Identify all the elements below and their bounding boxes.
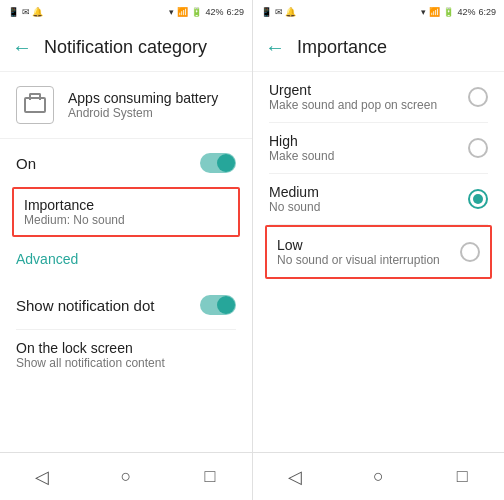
nav-back-right[interactable]: ◁ xyxy=(275,466,315,488)
nav-recent-right[interactable]: □ xyxy=(442,466,482,487)
status-right-left-icons: 📱 ✉ 🔔 xyxy=(261,7,296,17)
nav-bar-left: ◁ ○ □ xyxy=(0,452,252,500)
nav-home-left[interactable]: ○ xyxy=(106,466,146,487)
lock-screen-title: On the lock screen xyxy=(16,340,236,356)
low-radio[interactable] xyxy=(460,242,480,262)
status-bar-right: 📱 ✉ 🔔 ▾ 📶 🔋 42% 6:29 xyxy=(253,0,504,24)
importance-sub: Medium: No sound xyxy=(24,213,228,227)
right-panel: 📱 ✉ 🔔 ▾ 📶 🔋 42% 6:29 ← Importance Urgent… xyxy=(252,0,504,500)
on-toggle[interactable] xyxy=(200,153,236,173)
medium-radio[interactable] xyxy=(468,189,488,209)
medium-sub: No sound xyxy=(269,200,468,214)
low-label: Low xyxy=(277,237,460,253)
medium-texts: Medium No sound xyxy=(269,184,468,214)
high-sub: Make sound xyxy=(269,149,468,163)
nav-back-left[interactable]: ◁ xyxy=(22,466,62,488)
on-label: On xyxy=(16,155,36,172)
battery-icon-right: 🔋 xyxy=(443,7,454,17)
radio-row-high[interactable]: High Make sound xyxy=(253,123,504,173)
wifi-icon: ▾ xyxy=(169,7,174,17)
back-button-left[interactable]: ← xyxy=(12,36,32,59)
app-header: Apps consuming battery Android System xyxy=(0,72,252,139)
page-title-left: Notification category xyxy=(44,37,207,58)
back-button-right[interactable]: ← xyxy=(265,36,285,59)
high-radio[interactable] xyxy=(468,138,488,158)
importance-box[interactable]: Importance Medium: No sound xyxy=(12,187,240,237)
medium-label: Medium xyxy=(269,184,468,200)
notification-icons: 📱 ✉ 🔔 xyxy=(8,7,43,17)
signal-icon-right: 📶 xyxy=(429,7,440,17)
status-bar-left: 📱 ✉ 🔔 ▾ 📶 🔋 42% 6:29 xyxy=(0,0,252,24)
show-dot-label: Show notification dot xyxy=(16,297,154,314)
show-dot-toggle[interactable] xyxy=(200,295,236,315)
status-right-right-info: ▾ 📶 🔋 42% 6:29 xyxy=(421,7,496,17)
radio-row-urgent[interactable]: Urgent Make sound and pop on screen xyxy=(253,72,504,122)
notification-icons-right: 📱 ✉ 🔔 xyxy=(261,7,296,17)
battery-percent-left: 42% xyxy=(205,7,223,17)
lock-screen-texts: On the lock screen Show all notification… xyxy=(16,340,236,370)
left-panel: 📱 ✉ 🔔 ▾ 📶 🔋 42% 6:29 ← Notification cate… xyxy=(0,0,252,500)
status-right-info: ▾ 📶 🔋 42% 6:29 xyxy=(169,7,244,17)
lock-screen-row[interactable]: On the lock screen Show all notification… xyxy=(0,330,252,380)
low-sub: No sound or visual interruption xyxy=(277,253,460,267)
status-left-icons: 📱 ✉ 🔔 xyxy=(8,7,43,17)
toolbar-left: ← Notification category xyxy=(0,24,252,72)
urgent-label: Urgent xyxy=(269,82,468,98)
nav-home-right[interactable]: ○ xyxy=(358,466,398,487)
nav-bar-right: ◁ ○ □ xyxy=(253,452,504,500)
low-highlight-box: Low No sound or visual interruption xyxy=(265,225,492,279)
show-dot-row[interactable]: Show notification dot xyxy=(0,281,252,329)
importance-title: Importance xyxy=(24,197,228,213)
radio-options-container: Urgent Make sound and pop on screen High… xyxy=(253,72,504,279)
app-icon-inner xyxy=(24,97,46,113)
urgent-sub: Make sound and pop on screen xyxy=(269,98,468,112)
wifi-icon-right: ▾ xyxy=(421,7,426,17)
lock-screen-sub: Show all notification content xyxy=(16,356,236,370)
app-info: Apps consuming battery Android System xyxy=(68,90,236,120)
toolbar-right: ← Importance xyxy=(253,24,504,72)
on-row[interactable]: On xyxy=(0,139,252,187)
radio-row-medium[interactable]: Medium No sound xyxy=(253,174,504,224)
time-right: 6:29 xyxy=(478,7,496,17)
nav-recent-left[interactable]: □ xyxy=(190,466,230,487)
app-icon xyxy=(16,86,54,124)
time-left: 6:29 xyxy=(226,7,244,17)
toggle-knob-dot xyxy=(217,296,235,314)
toggle-knob-on xyxy=(217,154,235,172)
urgent-texts: Urgent Make sound and pop on screen xyxy=(269,82,468,112)
page-title-right: Importance xyxy=(297,37,387,58)
urgent-radio[interactable] xyxy=(468,87,488,107)
app-name: Apps consuming battery xyxy=(68,90,236,106)
high-texts: High Make sound xyxy=(269,133,468,163)
battery-icon: 🔋 xyxy=(191,7,202,17)
low-texts: Low No sound or visual interruption xyxy=(277,237,460,267)
signal-icon: 📶 xyxy=(177,7,188,17)
app-sub: Android System xyxy=(68,106,236,120)
radio-row-low[interactable]: Low No sound or visual interruption xyxy=(267,227,490,277)
high-label: High xyxy=(269,133,468,149)
battery-percent-right: 42% xyxy=(457,7,475,17)
advanced-link[interactable]: Advanced xyxy=(0,237,252,281)
